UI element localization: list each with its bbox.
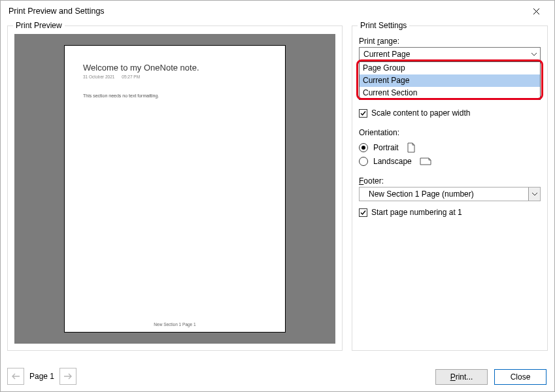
dialog-footer-buttons: Print... Close [435,369,547,385]
landscape-label: Landscape [373,157,412,166]
preview-page-body: This section needs no text formatting. [83,93,267,98]
print-range-combo[interactable]: Current Page Page Group Current Page Cur… [359,47,541,61]
pager-label: Page 1 [29,372,54,381]
preview-page-title: Welcome to my OneNote note. [83,63,267,73]
portrait-page-icon [407,142,416,153]
close-icon [533,8,540,15]
print-range-value: Current Page [363,50,410,59]
preview-page-date: 31 October 2021 [83,74,114,79]
radio-icon [359,157,368,166]
start-page-numbering-label: Start page numbering at 1 [371,208,462,217]
print-settings-group: Print Settings Print range: Current Page… [352,25,548,351]
combo-arrow [528,188,540,201]
combo-arrow [528,48,540,61]
prev-page-button[interactable] [7,368,24,385]
range-option-current-page[interactable]: Current Page [360,74,540,87]
preview-page-meta: 31 October 2021 05:27 PM [83,74,267,79]
next-page-button[interactable] [59,368,76,385]
preview-page: Welcome to my OneNote note. 31 October 2… [64,45,286,333]
landscape-page-icon [420,157,431,166]
preview-page-time: 05:27 PM [122,74,140,79]
print-range-label: Print range: [359,37,541,46]
dialog-title: Print Preview and Settings [8,7,523,16]
close-button[interactable] [523,2,549,20]
print-button[interactable]: Print... [435,369,488,385]
arrow-right-icon [63,372,73,380]
print-settings-legend: Print Settings [358,21,409,30]
portrait-label: Portrait [373,143,399,152]
range-option-current-section[interactable]: Current Section [360,87,540,99]
preview-area[interactable]: Welcome to my OneNote note. 31 October 2… [14,34,335,344]
footer-combo[interactable]: New Section 1 Page (number) [359,187,541,201]
footer-label: Footer: [359,176,541,186]
chevron-down-icon [531,53,537,56]
footer-value: New Section 1 Page (number) [369,189,474,199]
chevron-down-icon [532,193,537,196]
print-preview-settings-dialog: Print Preview and Settings Print Preview… [0,0,555,392]
orientation-label: Orientation: [359,128,541,137]
arrow-left-icon [11,372,20,380]
check-icon [360,209,367,216]
print-preview-legend: Print Preview [13,21,65,30]
start-page-numbering-checkbox[interactable]: Start page numbering at 1 [359,208,541,217]
print-range-dropdown: Page Group Current Page Current Section [359,61,541,100]
close-dialog-button[interactable]: Close [494,369,547,385]
orientation-portrait-radio[interactable]: Portrait [359,142,541,153]
checkbox-icon [359,208,367,217]
scale-content-checkbox[interactable]: Scale content to paper width [359,108,541,118]
pager: Page 1 [7,368,76,385]
scale-content-label: Scale content to paper width [371,108,470,118]
titlebar: Print Preview and Settings [1,1,554,22]
checkbox-icon [359,109,367,118]
range-option-page-group[interactable]: Page Group [360,62,540,74]
print-preview-group: Print Preview Welcome to my OneNote note… [7,25,343,351]
check-icon [360,110,367,117]
orientation-landscape-radio[interactable]: Landscape [359,157,541,166]
radio-icon [359,143,368,152]
preview-page-footer: New Section 1 Page 1 [65,322,285,327]
